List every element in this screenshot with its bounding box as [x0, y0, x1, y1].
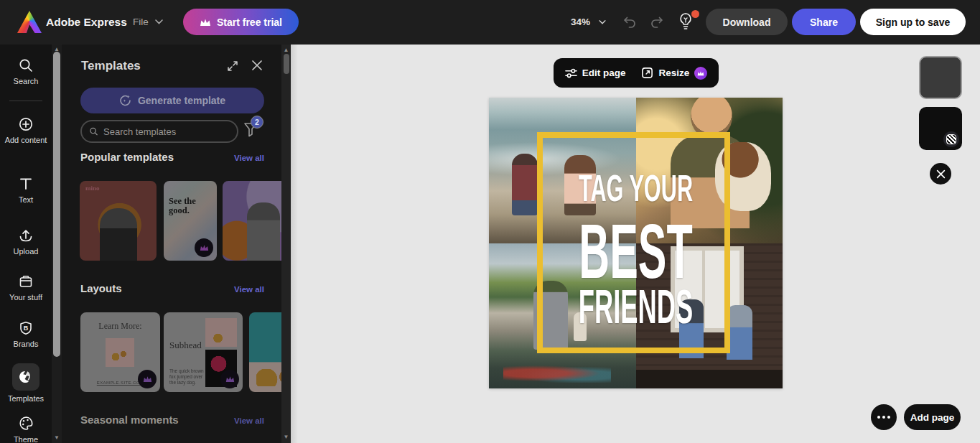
expand-panel-button[interactable] — [226, 60, 241, 74]
sidebar-scrollbar-thumb[interactable] — [53, 52, 60, 357]
templates-icon — [18, 369, 34, 385]
sidebar-item-label: Theme — [0, 435, 52, 443]
zoom-level-value: 34% — [571, 17, 590, 27]
panel-scrollbar[interactable]: ▲ ▼ — [281, 45, 291, 443]
chevron-down-icon — [155, 19, 163, 24]
artwork-text-line3[interactable]: FRIENDS — [555, 283, 717, 330]
section-title: Seasonal moments — [80, 414, 179, 426]
sidebar-item-label: Add content — [0, 136, 52, 145]
template-search-box — [80, 120, 238, 143]
scroll-up-arrow[interactable]: ▲ — [281, 47, 291, 54]
premium-badge — [195, 238, 213, 257]
expand-icon — [226, 60, 239, 73]
sidebar-divider — [9, 101, 42, 101]
tips-button[interactable] — [678, 11, 699, 33]
filter-count-badge: 2 — [251, 116, 263, 129]
close-panel-button[interactable] — [251, 60, 266, 74]
sidebar-item-add-content[interactable]: Add content — [0, 116, 52, 145]
search-templates-input[interactable] — [103, 126, 230, 137]
layout-image — [256, 369, 281, 386]
view-all-link[interactable]: View all — [234, 416, 264, 425]
artwork-text-line2[interactable]: BEST — [555, 213, 717, 290]
zoom-level-dropdown[interactable]: 34% — [571, 17, 606, 27]
sidebar-item-theme[interactable]: Theme — [0, 415, 52, 443]
canvas-area[interactable]: Edit page Resize — [291, 45, 980, 443]
sidebar-item-search[interactable]: Search — [0, 57, 52, 86]
edit-page-button[interactable]: Edit page — [565, 67, 626, 79]
sidebar-item-templates[interactable]: Templates — [0, 363, 52, 404]
sidebar-item-label: Brands — [0, 340, 52, 349]
template-photo — [247, 202, 280, 261]
layouts-header: Layouts View all — [80, 282, 264, 294]
sign-up-to-save-button[interactable]: Sign up to save — [860, 9, 966, 35]
layout-image — [205, 318, 237, 347]
sidebar-item-brands[interactable]: B Brands — [0, 320, 52, 349]
page-thumbnail-2[interactable] — [919, 107, 962, 150]
download-button[interactable]: Download — [706, 9, 788, 35]
start-free-trial-label: Start free trial — [217, 17, 282, 28]
file-menu[interactable]: File — [133, 17, 163, 27]
panel-scrollbar-thumb[interactable] — [284, 54, 289, 74]
add-page-button[interactable]: Add page — [904, 404, 961, 430]
close-pages-button[interactable] — [930, 163, 951, 185]
file-menu-label: File — [133, 17, 149, 27]
your-stuff-icon — [18, 274, 34, 289]
start-free-trial-button[interactable]: Start free trial — [183, 9, 299, 35]
template-card-mino[interactable]: mino — [80, 181, 157, 261]
view-all-link[interactable]: View all — [234, 154, 264, 162]
sidebar-item-your-stuff[interactable]: Your stuff — [0, 274, 52, 302]
photo-detail — [503, 364, 611, 383]
undo-icon — [622, 15, 637, 29]
sidebar-item-upload[interactable]: Upload — [0, 228, 52, 256]
brands-icon: B — [18, 320, 34, 336]
more-options-button[interactable] — [871, 404, 897, 430]
page-toolbar: Edit page Resize — [554, 58, 719, 88]
resize-button[interactable]: Resize — [641, 67, 707, 80]
sidebar-item-label: Upload — [0, 247, 52, 256]
photo-detail — [636, 370, 783, 388]
premium-badge — [220, 370, 239, 388]
photo-detail — [727, 305, 752, 360]
layout-card-3[interactable] — [249, 312, 281, 392]
redo-button[interactable] — [648, 13, 666, 32]
sidebar-scrollbar[interactable]: ▲ ▼ — [52, 45, 62, 443]
chevron-down-icon — [599, 20, 606, 24]
resize-label: Resize — [658, 67, 689, 78]
generate-sparkle-icon — [119, 94, 132, 107]
add-content-icon — [18, 116, 34, 132]
scroll-down-arrow[interactable]: ▼ — [281, 434, 291, 441]
scroll-down-arrow[interactable]: ▼ — [52, 434, 62, 442]
template-card-3[interactable] — [223, 181, 281, 261]
page-thumbnail-1[interactable] — [919, 56, 962, 99]
view-all-link[interactable]: View all — [234, 285, 264, 294]
adobe-express-logo-icon[interactable] — [17, 11, 42, 33]
sidebar-item-text[interactable]: Text — [0, 176, 52, 205]
artwork-text-line1[interactable]: TAG YOUR — [549, 169, 722, 207]
close-icon — [936, 169, 946, 179]
seasonal-moments-header: Seasonal moments View all — [80, 414, 264, 426]
sidebar-item-label: Your stuff — [0, 293, 52, 302]
layout-heading: Subhead — [169, 340, 202, 351]
app-title: Adobe Express — [46, 16, 127, 29]
premium-badge — [138, 370, 157, 388]
edit-page-label: Edit page — [582, 67, 626, 78]
redo-icon — [650, 15, 664, 29]
generate-template-label: Generate template — [138, 95, 225, 106]
search-icon — [89, 126, 98, 137]
template-card-see-the-good[interactable]: See the good. — [164, 181, 217, 261]
text-icon — [18, 176, 34, 192]
premium-crown-badge — [694, 67, 707, 80]
generate-template-button[interactable]: Generate template — [80, 88, 264, 113]
layout-card-learn-more[interactable]: Learn More: EXAMPLE.SITE.COM — [80, 312, 160, 392]
top-bar: Adobe Express File Start free trial 34% — [0, 0, 980, 45]
layout-body-text: The quick brown fox jumped over the lazy… — [169, 368, 207, 386]
share-button[interactable]: Share — [792, 9, 856, 35]
undo-button[interactable] — [620, 13, 639, 32]
transparency-pattern-icon — [946, 134, 956, 144]
template-brand-text: mino — [85, 185, 100, 192]
crown-icon — [697, 70, 704, 76]
layout-card-subhead[interactable]: Subhead The quick brown fox jumped over … — [164, 312, 243, 392]
transparency-indicator — [943, 131, 959, 147]
artwork-page[interactable]: TAG YOUR BEST FRIENDS — [489, 98, 783, 388]
sidebar-item-label: Templates — [0, 394, 52, 404]
